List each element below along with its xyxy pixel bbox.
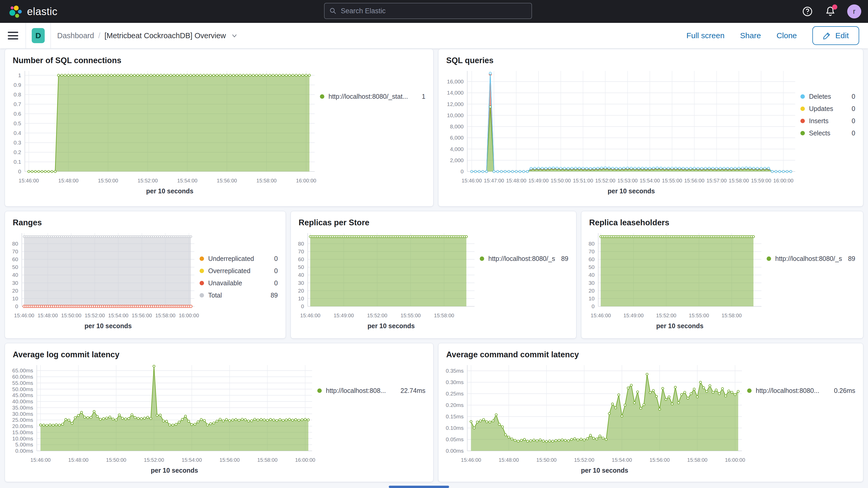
svg-text:15:47:00: 15:47:00: [484, 178, 504, 183]
svg-text:0.1: 0.1: [13, 159, 21, 165]
svg-text:15:52:00: 15:52:00: [574, 457, 594, 463]
alerts-bell-icon[interactable]: [824, 5, 836, 18]
page-title: [Metricbeat CockroachDB] Overview: [104, 31, 226, 40]
svg-text:4,000: 4,000: [450, 146, 464, 152]
svg-text:60: 60: [298, 256, 304, 262]
svg-text:16:00:00: 16:00:00: [295, 457, 315, 463]
chart-canvas-avg-log-commit-latency[interactable]: 15:46:0015:48:0015:50:0015:52:0015:54:00…: [6, 360, 317, 477]
svg-text:15:58:00: 15:58:00: [729, 178, 749, 183]
share-link[interactable]: Share: [740, 31, 761, 40]
top-navbar: elastic: [0, 0, 868, 23]
svg-text:40: 40: [589, 272, 595, 278]
breadcrumb-dashboard-link[interactable]: Dashboard: [57, 31, 94, 40]
svg-text:15:53:00: 15:53:00: [618, 178, 638, 183]
chart-sql-connections[interactable]: 15:46:0015:48:0015:50:0015:52:0015:54:00…: [6, 66, 320, 197]
user-avatar[interactable]: r: [847, 4, 861, 19]
svg-text:15:52:00: 15:52:00: [367, 313, 387, 318]
svg-text:0.05ms: 0.05ms: [446, 436, 464, 442]
legend-value: 0: [851, 129, 855, 137]
legend-value: 0: [274, 255, 278, 263]
toolbar-divider: [26, 23, 26, 48]
svg-text:15:48:00: 15:48:00: [68, 457, 89, 463]
svg-text:15:56:00: 15:56:00: [684, 178, 705, 183]
global-search[interactable]: [324, 3, 532, 19]
svg-text:15:58:00: 15:58:00: [257, 457, 278, 463]
legend-swatch-icon: [767, 256, 771, 261]
legend-value: 0.26ms: [834, 387, 855, 394]
legend-item[interactable]: Updates0: [800, 105, 855, 113]
legend-item[interactable]: http://localhost:808...22.74ms: [317, 387, 426, 394]
svg-text:16,000: 16,000: [447, 79, 464, 85]
chart-avg-command-commit-latency[interactable]: 15:46:0015:48:0015:50:0015:52:0015:54:00…: [440, 360, 747, 477]
legend-item[interactable]: Unavailable0: [199, 279, 278, 287]
legend-item[interactable]: http://localhost:8080/_sta...89: [767, 255, 855, 263]
svg-text:16:00:00: 16:00:00: [773, 178, 794, 183]
chart-canvas-ranges[interactable]: 15:46:0015:48:0015:50:0015:52:0015:54:00…: [6, 228, 199, 332]
dashboard-toolbar: D Dashboard / [Metricbeat CockroachDB] O…: [0, 23, 868, 48]
legend-avg-log-commit-latency: http://localhost:808...22.74ms: [317, 360, 432, 477]
legend-label: Inserts: [809, 117, 846, 125]
legend-value: 0: [274, 279, 278, 287]
legend-item[interactable]: Overreplicated0: [199, 267, 278, 275]
toolbar-actions: Full screen Share Clone Edit: [686, 26, 859, 45]
chart-canvas-avg-command-commit-latency[interactable]: 15:46:0015:48:0015:50:0015:52:0015:54:00…: [440, 360, 747, 477]
menu-hamburger-icon[interactable]: [8, 32, 18, 39]
chart-sql-queries[interactable]: 15:46:0015:47:0015:48:0015:49:0015:50:00…: [440, 66, 800, 197]
help-icon[interactable]: [802, 5, 813, 18]
svg-text:15:49:00: 15:49:00: [334, 313, 354, 318]
legend-item[interactable]: Deletes0: [800, 93, 855, 100]
chart-ranges[interactable]: 15:46:0015:48:0015:50:0015:52:0015:54:00…: [6, 228, 199, 332]
legend-sql-queries: Deletes0Updates0Inserts0Selects0: [800, 66, 862, 197]
elastic-brand[interactable]: elastic: [8, 4, 57, 19]
legend-item[interactable]: http://localhost:8080/_stat...1: [320, 93, 426, 100]
svg-text:20: 20: [298, 288, 304, 294]
svg-text:15:46:00: 15:46:00: [300, 313, 320, 318]
chart-canvas-sql-connections[interactable]: 15:46:0015:48:0015:50:0015:52:0015:54:00…: [6, 66, 320, 197]
legend-label: Underreplicated: [208, 255, 269, 263]
svg-text:15:50:00: 15:50:00: [551, 178, 571, 183]
svg-text:per 10 seconds: per 10 seconds: [656, 322, 704, 330]
svg-text:20: 20: [12, 288, 18, 294]
chevron-down-icon[interactable]: [230, 32, 238, 39]
search-input[interactable]: [340, 7, 527, 15]
edit-button[interactable]: Edit: [812, 26, 859, 45]
svg-text:15:51:00: 15:51:00: [573, 178, 593, 183]
svg-text:20: 20: [589, 288, 595, 294]
chart-replica-leaseholders[interactable]: 15:46:0015:49:0015:52:0015:55:0015:58:00…: [583, 228, 767, 332]
full-screen-link[interactable]: Full screen: [686, 31, 724, 40]
svg-text:10: 10: [589, 296, 595, 301]
chart-canvas-replicas-per-store[interactable]: 15:46:0015:49:0015:52:0015:55:0015:58:00…: [292, 228, 480, 332]
svg-text:0.2: 0.2: [13, 149, 21, 155]
svg-text:10: 10: [298, 296, 304, 301]
legend-item[interactable]: Selects0: [800, 129, 855, 137]
horizontal-scrollbar-thumb[interactable]: [389, 486, 449, 488]
svg-text:0: 0: [591, 303, 595, 309]
svg-text:0.35ms: 0.35ms: [446, 368, 464, 374]
dashboard-badge[interactable]: D: [32, 28, 45, 43]
svg-text:15:50:00: 15:50:00: [106, 457, 126, 463]
svg-text:14,000: 14,000: [447, 90, 464, 96]
clone-link[interactable]: Clone: [777, 31, 797, 40]
legend-item[interactable]: http://localhost:8080/_sta...89: [480, 255, 568, 263]
panel-title: SQL queries: [438, 49, 863, 66]
svg-text:15:46:00: 15:46:00: [14, 313, 34, 318]
chart-canvas-sql-queries[interactable]: 15:46:0015:47:0015:48:0015:49:0015:50:00…: [440, 66, 800, 197]
svg-text:15:58:00: 15:58:00: [721, 313, 742, 318]
chart-avg-log-commit-latency[interactable]: 15:46:0015:48:0015:50:0015:52:0015:54:00…: [6, 360, 317, 477]
svg-text:25.00ms: 25.00ms: [12, 417, 33, 423]
legend-label: http://localhost:8080/_stat...: [329, 93, 416, 100]
legend-item[interactable]: Underreplicated0: [199, 255, 278, 263]
breadcrumb: Dashboard / [Metricbeat CockroachDB] Ove…: [57, 31, 238, 40]
pencil-icon: [823, 31, 831, 40]
svg-text:15:58:00: 15:58:00: [687, 457, 707, 463]
legend-item[interactable]: http://localhost:8080...0.26ms: [747, 387, 855, 394]
legend-swatch-icon: [800, 131, 805, 135]
legend-item[interactable]: Total89: [199, 292, 278, 299]
legend-label: http://localhost:8080...: [756, 387, 828, 394]
chart-replicas-per-store[interactable]: 15:46:0015:49:0015:52:0015:55:0015:58:00…: [292, 228, 480, 332]
legend-swatch-icon: [199, 293, 204, 298]
chart-canvas-replica-leaseholders[interactable]: 15:46:0015:49:0015:52:0015:55:0015:58:00…: [583, 228, 767, 332]
panel-title: Replicas per Store: [291, 211, 576, 228]
legend-label: Selects: [809, 129, 846, 137]
legend-item[interactable]: Inserts0: [800, 117, 855, 125]
